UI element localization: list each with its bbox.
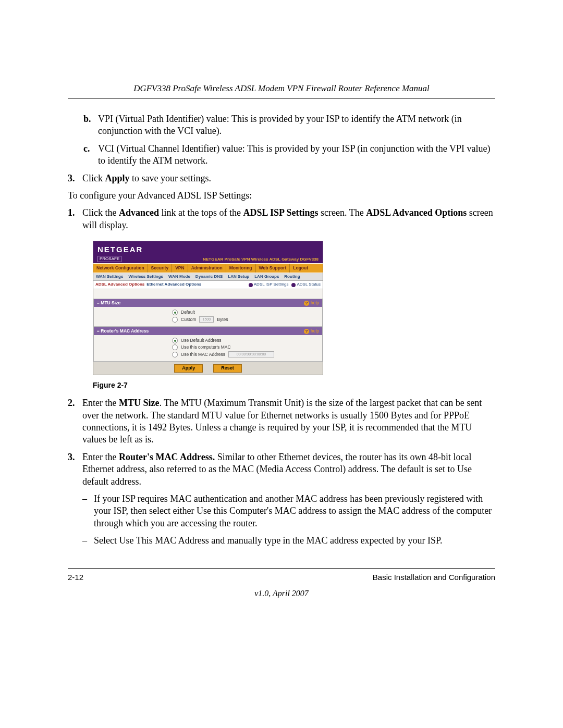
button-bar: Apply Reset — [93, 362, 323, 375]
radio-default[interactable] — [172, 310, 178, 315]
version-line: v1.0, April 2007 — [68, 589, 495, 598]
figure-caption: Figure 2-7 — [93, 380, 495, 390]
nav2-lan-groups[interactable]: LAN Groups — [252, 273, 282, 280]
adv-step-2: 2. Enter the MTU Size. The MTU (Maximum … — [68, 397, 495, 446]
nav2-wan-mode[interactable]: WAN Mode — [166, 273, 193, 280]
sub-bullet-2: – Select Use This MAC Address and manual… — [82, 535, 495, 547]
link-adsl-status[interactable]: ADSL Status — [291, 282, 321, 287]
text-a2: Enter the MTU Size. The MTU (Maximum Tra… — [82, 397, 495, 446]
list-item-b: b. VPI (Virtual Path Identifier) value: … — [68, 113, 495, 138]
a3-bold: Router's MAC Address. — [119, 452, 215, 462]
tab-eth-adv[interactable]: Ethernet Advanced Options — [146, 282, 201, 287]
label-default: Default — [181, 310, 195, 315]
help-icon[interactable]: ? — [304, 301, 309, 306]
mtu-title: ≡ MTU Size — [97, 300, 120, 306]
link-adsl-isp[interactable]: ADSL ISP Settings — [249, 282, 289, 287]
input-mtu[interactable]: 1500 — [199, 316, 214, 323]
nav2-wan-settings[interactable]: WAN Settings — [93, 273, 126, 280]
help-icon[interactable]: ? — [304, 329, 309, 334]
nav-admin[interactable]: Administration — [188, 264, 226, 273]
label-c: c. — [83, 143, 98, 167]
text-3: Click Apply to save your settings. — [82, 172, 495, 184]
nav-security[interactable]: Security — [148, 264, 173, 273]
t-adsl-isp: ADSL ISP Settings — [254, 282, 289, 287]
dot-icon — [291, 283, 296, 287]
mac-title-text: Router's MAC Address — [101, 328, 149, 334]
nav-logout[interactable]: Logout — [290, 264, 311, 273]
mac-title: ≡ Router's MAC Address — [97, 328, 149, 334]
help-link-2[interactable]: help — [309, 328, 319, 334]
radio-custom[interactable] — [172, 317, 178, 323]
secondary-nav: WAN Settings Wireless Settings WAN Mode … — [93, 273, 323, 281]
text-c: VCI (Virtual Channel Identifier) value: … — [98, 143, 495, 167]
nav2-dyn-dns[interactable]: Dynamic DNS — [193, 273, 225, 280]
label-b: b. — [83, 113, 98, 138]
nav2-routing[interactable]: Routing — [282, 273, 302, 280]
a1-pre: Click the — [82, 207, 119, 218]
label-custom: Custom — [181, 317, 196, 323]
a1-m1: link at the tops of the — [159, 207, 243, 218]
input-mac[interactable]: 00:00:00:00:00:00 — [228, 351, 274, 357]
label-bytes: Bytes — [217, 317, 228, 323]
list-item-c: c. VCI (Virtual Channel Identifier) valu… — [68, 143, 495, 167]
help-link[interactable]: help — [309, 300, 319, 305]
page-footer: 2-12 Basic Installation and Configuratio… — [68, 573, 495, 582]
embedded-screenshot: NETGEAR PROSAFE NETGEAR ProSafe VPN Wire… — [93, 241, 323, 375]
dash-1: – — [82, 493, 94, 529]
tab-adsl-adv[interactable]: ADSL Advanced Options — [95, 282, 144, 287]
a1-b1: Advanced — [119, 207, 159, 218]
s3-bold: Apply — [105, 173, 130, 183]
nav-network-config[interactable]: Network Configuration — [93, 264, 148, 273]
text-a3: Enter the Router's MAC Address. Similar … — [82, 451, 495, 552]
nav-monitoring[interactable]: Monitoring — [226, 264, 256, 273]
nav-vpn[interactable]: VPN — [172, 264, 188, 273]
label-a2: 2. — [68, 397, 82, 446]
sub-bullet-1: – If your ISP requires MAC authenticatio… — [82, 493, 495, 529]
page-number: 2-12 — [68, 573, 83, 582]
ng-header: NETGEAR PROSAFE NETGEAR ProSafe VPN Wire… — [93, 241, 323, 263]
mtu-title-text: MTU Size — [101, 300, 120, 305]
section-name: Basic Installation and Configuration — [373, 573, 495, 582]
radio-mac-this[interactable] — [172, 352, 178, 357]
text-a1: Click the Advanced link at the tops of t… — [82, 207, 495, 231]
to-configure: To configure your Advanced ADSL ISP Sett… — [68, 190, 495, 202]
a1-b3: ADSL Advanced Options — [366, 207, 467, 218]
text-b: VPI (Virtual Path Identifier) value: Thi… — [98, 113, 495, 138]
a3-pre: Enter the — [82, 452, 119, 462]
a1-b2: ADSL ISP Settings — [243, 207, 319, 218]
adv-step-1: 1. Click the Advanced link at the tops o… — [68, 207, 495, 231]
radio-mac-pc[interactable] — [172, 344, 178, 350]
section-mac: ≡ Router's MAC Address ?help Use Default… — [93, 327, 323, 362]
footer-rule — [68, 568, 495, 569]
nav2-lan-setup[interactable]: LAN Setup — [225, 273, 252, 280]
label-mac-pc: Use this computer's MAC — [181, 344, 231, 350]
s3-post: to save your settings. — [130, 173, 211, 183]
reset-button[interactable]: Reset — [213, 364, 242, 373]
step-3: 3. Click Apply to save your settings. — [68, 172, 495, 184]
netgear-logo: NETGEAR — [97, 244, 143, 255]
nav-web-support[interactable]: Web Support — [256, 264, 290, 273]
prosafe-badge: PROSAFE — [97, 256, 121, 262]
primary-nav: Network Configuration Security VPN Admin… — [93, 263, 323, 273]
label-a1: 1. — [68, 207, 82, 231]
apply-button[interactable]: Apply — [174, 364, 203, 373]
dot-icon — [249, 283, 253, 287]
tertiary-nav: ADSL Advanced Options Ethernet Advanced … — [93, 281, 323, 289]
dash-2: – — [82, 535, 94, 547]
adv-step-3: 3. Enter the Router's MAC Address. Simil… — [68, 451, 495, 552]
section-mtu: ≡ MTU Size ?help Default Custom 1500 Byt… — [93, 299, 323, 327]
spacer — [93, 289, 323, 299]
label-mac-default: Use Default Address — [181, 338, 221, 343]
a1-m2: screen. The — [319, 207, 366, 218]
page-header: DGFV338 ProSafe Wireless ADSL Modem VPN … — [68, 83, 495, 98]
bullet1-text: If your ISP requires MAC authentication … — [94, 493, 495, 529]
radio-mac-default[interactable] — [172, 338, 178, 343]
t-adsl-status: ADSL Status — [297, 282, 321, 287]
nav2-wireless[interactable]: Wireless Settings — [126, 273, 166, 280]
label-mac-this: Use this MAC Address — [181, 352, 225, 357]
header-rule — [68, 98, 495, 98]
a2-pre: Enter the — [82, 398, 119, 408]
bullet2-text: Select Use This MAC Address and manually… — [94, 535, 495, 547]
label-a3: 3. — [68, 451, 82, 552]
s3-pre: Click — [82, 173, 105, 183]
